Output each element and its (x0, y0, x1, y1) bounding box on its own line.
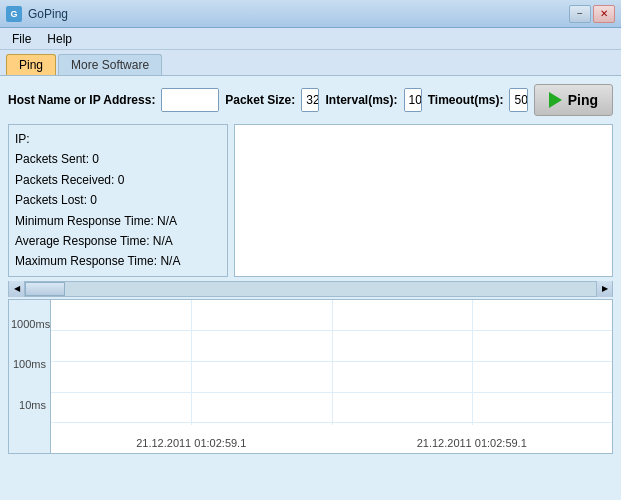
timestamp-2: 21.12.2011 01:02:59.1 (417, 437, 527, 449)
stats-panel: IP: Packets Sent: 0 Packets Received: 0 … (8, 124, 228, 277)
window-controls: − ✕ (569, 5, 615, 23)
hscroll-track[interactable] (25, 282, 596, 296)
hscroll-right-btn[interactable]: ▶ (596, 281, 612, 297)
host-input-wrap: ▼ (161, 88, 219, 112)
vert-line-3 (472, 300, 473, 425)
timeout-spinner: ▲ ▼ (509, 88, 527, 112)
stat-packets-lost: Packets Lost: 0 (15, 190, 221, 210)
stat-packets-received: Packets Received: 0 (15, 170, 221, 190)
vert-line-1 (191, 300, 192, 425)
hscroll-left-btn[interactable]: ◀ (9, 281, 25, 297)
chart-area: 1000ms 100ms 10ms 21.12.2011 01:02:59.1 … (8, 299, 613, 454)
menu-bar: File Help (0, 28, 621, 50)
chart-y-axis: 1000ms 100ms 10ms (9, 300, 51, 453)
stat-avg-response: Average Response Time: N/A (15, 231, 221, 251)
chart-grid: 21.12.2011 01:02:59.1 21.12.2011 01:02:5… (51, 300, 612, 453)
stat-packets-sent: Packets Sent: 0 (15, 149, 221, 169)
panels-row: IP: Packets Sent: 0 Packets Received: 0 … (8, 124, 613, 277)
hscroll-thumb[interactable] (25, 282, 65, 296)
interval-input[interactable] (405, 89, 422, 111)
packet-size-label: Packet Size: (225, 93, 295, 107)
tab-more-software[interactable]: More Software (58, 54, 162, 75)
interval-label: Interval(ms): (325, 93, 397, 107)
host-label: Host Name or IP Address: (8, 93, 155, 107)
packet-size-input[interactable] (302, 89, 319, 111)
tab-bar: Ping More Software (0, 50, 621, 76)
interval-spinner: ▲ ▼ (404, 88, 422, 112)
timeout-input[interactable] (510, 89, 527, 111)
stat-ip: IP: (15, 129, 221, 149)
minimize-button[interactable]: − (569, 5, 591, 23)
vert-line-2 (332, 300, 333, 425)
timestamp-1: 21.12.2011 01:02:59.1 (136, 437, 246, 449)
close-button[interactable]: ✕ (593, 5, 615, 23)
y-label-1000: 1000ms (11, 318, 46, 330)
stat-max-response: Maximum Response Time: N/A (15, 251, 221, 271)
app-icon: G (6, 6, 22, 22)
timeout-label: Timeout(ms): (428, 93, 504, 107)
stat-min-response: Minimum Response Time: N/A (15, 211, 221, 231)
play-icon (549, 92, 562, 108)
tab-ping[interactable]: Ping (6, 54, 56, 75)
menu-file[interactable]: File (4, 30, 39, 48)
menu-help[interactable]: Help (39, 30, 80, 48)
title-bar: G GoPing − ✕ (0, 0, 621, 28)
log-panel (234, 124, 613, 277)
controls-row: Host Name or IP Address: ▼ Packet Size: … (8, 84, 613, 116)
packet-size-spinner: ▲ ▼ (301, 88, 319, 112)
host-input[interactable] (162, 89, 219, 111)
title-bar-left: G GoPing (6, 6, 68, 22)
main-content: Host Name or IP Address: ▼ Packet Size: … (0, 76, 621, 500)
hscroll-bar: ◀ ▶ (8, 281, 613, 297)
chart-timestamps: 21.12.2011 01:02:59.1 21.12.2011 01:02:5… (51, 437, 612, 449)
ping-button[interactable]: Ping (534, 84, 613, 116)
y-label-10: 10ms (11, 399, 46, 411)
y-label-100: 100ms (11, 358, 46, 370)
ping-button-label: Ping (568, 92, 598, 108)
app-title: GoPing (28, 7, 68, 21)
